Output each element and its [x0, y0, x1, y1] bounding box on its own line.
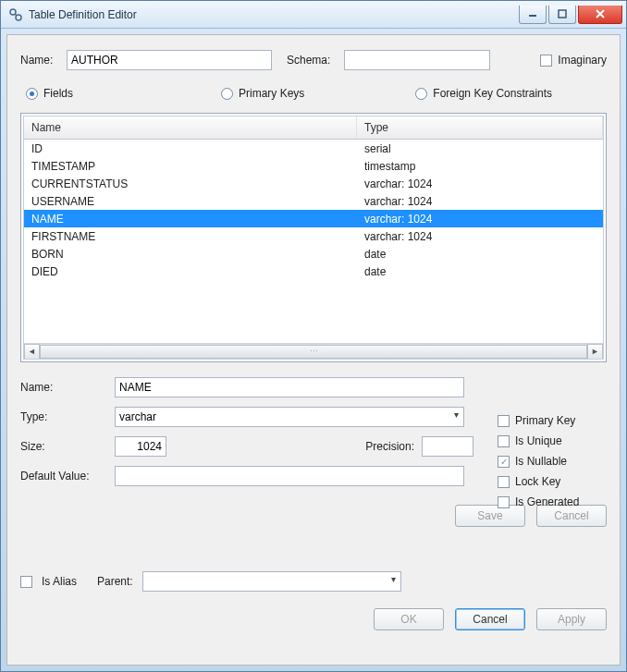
cell-name: FIRSTNAME	[24, 229, 357, 244]
cell-name: DIED	[24, 264, 357, 279]
col-type[interactable]: Type	[357, 116, 603, 139]
svg-line-2	[15, 14, 17, 16]
table-name-input[interactable]	[67, 50, 272, 70]
scroll-right-icon[interactable]: ►	[587, 344, 603, 360]
app-icon	[8, 7, 23, 22]
table-row[interactable]: BORNdate	[24, 245, 603, 263]
close-button[interactable]	[578, 6, 622, 24]
scroll-track[interactable]: ⋯	[40, 344, 587, 360]
cell-name: CURRENTSTATUS	[24, 177, 357, 191]
dialog-window: Table Definition Editor Name: Schema: Im…	[0, 0, 627, 672]
detail-size-input[interactable]	[115, 436, 166, 457]
view-radio-group: Fields Primary Keys Foreign Key Constrai…	[26, 87, 607, 100]
parent-select[interactable]	[142, 571, 401, 592]
table-row[interactable]: CURRENTSTATUSvarchar: 1024	[24, 175, 603, 192]
cell-name: BORN	[24, 247, 357, 262]
window-controls	[519, 6, 622, 24]
radio-foreign-keys-label: Foreign Key Constraints	[433, 87, 552, 100]
radio-foreign-keys[interactable]: Foreign Key Constraints	[415, 87, 552, 100]
field-flags: Primary Key Is Unique Is Nullable Lock K…	[498, 414, 599, 508]
cell-type: varchar: 1024	[357, 212, 603, 226]
table-row[interactable]: DIEDdate	[24, 263, 603, 280]
fields-table: Name Type IDserialTIMESTAMPtimestampCURR…	[20, 113, 607, 362]
detail-precision-label: Precision:	[365, 440, 414, 453]
detail-default-input[interactable]	[115, 466, 464, 486]
table-row[interactable]: FIRSTNAMEvarchar: 1024	[24, 227, 603, 245]
detail-name-label: Name:	[20, 381, 105, 394]
cell-name: NAME	[24, 212, 357, 226]
cell-name: ID	[24, 141, 357, 156]
dialog-buttons: OK Cancel Apply	[20, 608, 607, 630]
cell-type: date	[357, 264, 603, 279]
radio-primary-keys-label: Primary Keys	[239, 87, 304, 100]
radio-icon	[26, 88, 38, 100]
cell-type: date	[357, 247, 603, 262]
maximize-button[interactable]	[548, 6, 576, 24]
cell-type: timestamp	[357, 159, 603, 174]
radio-fields[interactable]: Fields	[26, 87, 73, 100]
scroll-thumb[interactable]: ⋯	[40, 345, 587, 359]
detail-type-label: Type:	[20, 410, 105, 423]
cell-name: TIMESTAMP	[24, 159, 357, 174]
ok-button[interactable]: OK	[374, 608, 444, 630]
imaginary-checkbox[interactable]	[540, 55, 552, 67]
detail-type-select[interactable]: varchar	[115, 407, 464, 427]
header-row: Name: Schema: Imaginary	[20, 50, 607, 70]
schema-input[interactable]	[344, 50, 490, 70]
svg-rect-4	[559, 10, 566, 18]
cell-type: varchar: 1024	[357, 229, 603, 244]
radio-fields-label: Fields	[43, 87, 73, 100]
chk-is-unique[interactable]: Is Unique	[498, 434, 599, 447]
table-row[interactable]: NAMEvarchar: 1024	[24, 210, 603, 227]
dialog-body: Name: Schema: Imaginary Fields Primary K…	[6, 34, 621, 666]
imaginary-label: Imaginary	[558, 54, 607, 67]
cell-type: serial	[357, 141, 603, 156]
window-title: Table Definition Editor	[29, 8, 519, 21]
horizontal-scrollbar[interactable]: ◄ ⋯ ►	[24, 343, 603, 359]
radio-primary-keys[interactable]: Primary Keys	[221, 87, 304, 100]
table-body: IDserialTIMESTAMPtimestampCURRENTSTATUSv…	[24, 140, 603, 343]
alias-row: Is Alias Parent:	[20, 571, 607, 592]
chk-is-nullable[interactable]: Is Nullable	[498, 455, 599, 468]
schema-label: Schema:	[287, 54, 338, 67]
field-detail: Name: Type: varchar Size: Precision: Def…	[20, 377, 473, 486]
cancel-button[interactable]: Cancel	[455, 608, 525, 630]
parent-label: Parent:	[97, 575, 133, 588]
cell-type: varchar: 1024	[357, 194, 603, 209]
table-header: Name Type	[24, 116, 603, 140]
detail-size-label: Size:	[20, 440, 105, 453]
detail-precision-input[interactable]	[422, 436, 473, 457]
titlebar[interactable]: Table Definition Editor	[1, 1, 626, 29]
chk-primary-key[interactable]: Primary Key	[498, 414, 599, 427]
scroll-left-icon[interactable]: ◄	[24, 344, 40, 360]
table-row[interactable]: IDserial	[24, 140, 603, 157]
detail-name-input[interactable]	[115, 377, 464, 397]
name-label: Name:	[20, 54, 61, 67]
minimize-button[interactable]	[519, 6, 547, 24]
table-row[interactable]: USERNAMEvarchar: 1024	[24, 192, 603, 210]
radio-icon	[415, 88, 427, 100]
cell-name: USERNAME	[24, 194, 357, 209]
cell-type: varchar: 1024	[357, 177, 603, 191]
detail-default-label: Default Value:	[20, 470, 105, 483]
is-alias-label: Is Alias	[42, 575, 77, 588]
col-name[interactable]: Name	[24, 116, 357, 139]
apply-button[interactable]: Apply	[536, 608, 607, 630]
chk-lock-key[interactable]: Lock Key	[498, 475, 599, 488]
table-row[interactable]: TIMESTAMPtimestamp	[24, 157, 603, 175]
radio-icon	[221, 88, 233, 100]
is-alias-checkbox[interactable]	[20, 576, 32, 588]
chk-is-generated[interactable]: Is Generated	[498, 495, 599, 508]
